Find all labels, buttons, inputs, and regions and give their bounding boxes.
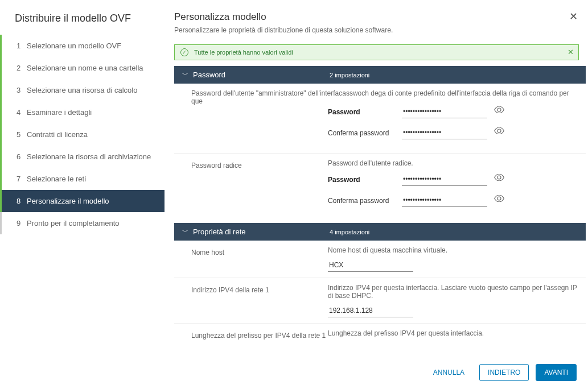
close-button[interactable]: ✕ [569,10,578,23]
field-row: Password [328,105,580,118]
step-item-7[interactable]: 7Selezionare le reti [0,168,165,190]
cancel-button[interactable]: ANNULLA [425,365,472,380]
section-header-password[interactable]: ﹀ Password 2 impostazioni [174,66,586,84]
banner-close-button[interactable]: ✕ [568,48,574,56]
section-title: Proprietà di rete [193,227,330,236]
step-label: Selezionare la risorsa di archiviazione [27,152,151,161]
step-number: 7 [17,175,24,183]
step-number: 4 [17,108,24,117]
wizard-footer: ANNULLA INDIETRO AVANTI [165,355,588,389]
step-label: Selezionare una risorsa di calcolo [27,86,137,94]
prop-row-admin-password: Password dell'utente "amministratore" de… [174,84,586,153]
prop-content: Indirizzo IPV4 per questa interfaccia. L… [328,284,580,317]
section-body-password: Password dell'utente "amministratore" de… [174,84,586,221]
field-row: Password [328,173,580,186]
step-number: 5 [17,130,24,139]
step-label: Pronto per il completamento [27,219,120,227]
field-label-password: Password [328,176,402,184]
step-item-5[interactable]: 5Contratti di licenza [0,123,165,146]
ipv4-address-input[interactable] [328,304,413,317]
prop-label: Lunghezza del prefisso per IPV4 della re… [191,329,328,342]
root-confirm-password-input[interactable] [402,194,487,207]
section-body-network: Nome host Nome host di questa macchina v… [174,241,586,347]
prop-description: Lunghezza del prefisso IPV4 per questa i… [328,329,580,337]
step-number: 1 [17,42,24,50]
prop-label: Password radice [191,159,328,215]
hostname-input[interactable] [328,259,413,272]
prop-label: Nome host [191,246,328,272]
prop-row-hostname: Nome host Nome host di questa macchina v… [174,241,586,278]
step-item-4[interactable]: 4Esaminare i dettagli [0,101,165,123]
page-subtitle: Personalizzare le proprietà di distribuz… [174,26,574,34]
prop-content: Nome host di questa macchina virtuale. [328,246,580,272]
wizard-main: Personalizza modello Personalizzare le p… [165,0,588,389]
field-row: Conferma password [328,126,580,139]
chevron-down-icon: ﹀ [182,227,188,236]
prop-content: Lunghezza del prefisso IPV4 per questa i… [328,329,580,342]
section-count: 4 impostazioni [330,229,369,235]
step-label: Selezionare le reti [27,175,86,183]
section-count: 2 impostazioni [330,72,369,78]
eye-icon[interactable] [494,174,504,183]
root-password-input[interactable] [402,173,487,186]
wizard-title: Distribuire il modello OVF [0,6,165,35]
validation-banner: ✓ Tutte le proprietà hanno valori validi… [174,44,579,60]
prop-content: Password dell'utente "amministratore" de… [328,89,580,147]
admin-confirm-password-input[interactable] [402,126,487,139]
step-item-2[interactable]: 2Selezionare un nome e una cartella [0,57,165,79]
prop-row-prefix: Lunghezza del prefisso per IPV4 della re… [174,323,586,347]
field-label-confirm: Conferma password [328,197,402,205]
step-label: Esaminare i dettagli [27,108,92,117]
prop-row-root-password: Password radice Password dell'utente rad… [174,153,586,221]
section-title: Password [193,71,330,79]
step-item-8[interactable]: 8Personalizzare il modello [0,190,165,212]
step-item-1[interactable]: 1Selezionare un modello OVF [0,35,165,57]
banner-text: Tutte le proprietà hanno valori validi [194,49,293,56]
field-label-confirm: Conferma password [328,129,402,137]
main-header: Personalizza modello Personalizzare le p… [165,0,588,39]
content-area: ﹀ Password 2 impostazioni Password dell'… [165,64,588,355]
step-number: 8 [17,197,24,205]
prop-label: Indirizzo IPV4 della rete 1 [191,284,328,317]
eye-icon[interactable] [494,195,504,204]
step-item-6[interactable]: 6Selezionare la risorsa di archiviazione [0,146,165,168]
page-title: Personalizza modello [174,11,574,23]
field-row: Conferma password [328,194,580,207]
prop-description: Nome host di questa macchina virtuale. [328,246,580,254]
step-item-9[interactable]: 9Pronto per il completamento [0,212,165,234]
eye-icon[interactable] [494,127,504,136]
step-list: 1Selezionare un modello OVF2Selezionare … [0,35,165,234]
step-number: 2 [17,64,24,72]
step-number: 3 [17,86,24,94]
prop-content: Password dell'utente radice. Password [328,159,580,215]
step-item-3[interactable]: 3Selezionare una risorsa di calcolo [0,79,165,101]
eye-icon[interactable] [494,106,504,115]
step-label: Contratti di licenza [27,130,88,139]
wizard-dialog: Distribuire il modello OVF 1Selezionare … [0,0,588,389]
step-label: Selezionare un nome e una cartella [27,64,143,72]
back-button[interactable]: INDIETRO [479,364,529,381]
section-header-network[interactable]: ﹀ Proprietà di rete 4 impostazioni [174,223,586,241]
prop-row-ipv4: Indirizzo IPV4 della rete 1 Indirizzo IP… [174,278,586,323]
field-label-password: Password [328,108,402,116]
admin-password-input[interactable] [402,105,487,118]
chevron-down-icon: ﹀ [182,71,188,79]
next-button[interactable]: AVANTI [536,364,577,381]
wizard-sidebar: Distribuire il modello OVF 1Selezionare … [0,0,165,389]
step-label: Personalizzare il modello [27,197,109,205]
step-label: Selezionare un modello OVF [27,42,121,50]
step-number: 9 [17,219,24,227]
prop-description: Indirizzo IPV4 per questa interfaccia. L… [328,284,580,300]
prop-description: Password dell'utente "amministratore" de… [191,89,580,105]
prop-description: Password dell'utente radice. [328,159,580,167]
step-number: 6 [17,152,24,161]
check-icon: ✓ [180,48,188,56]
